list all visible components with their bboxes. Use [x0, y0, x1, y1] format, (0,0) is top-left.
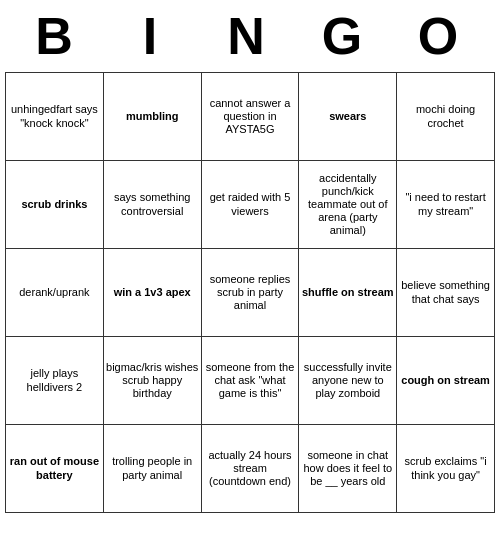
- cell-r3-c0: jelly plays helldivers 2: [6, 337, 104, 425]
- cell-r1-c4: "i need to restart my stream": [397, 161, 495, 249]
- cell-r1-c0: scrub drinks: [6, 161, 104, 249]
- title-g: G: [298, 6, 394, 66]
- cell-r2-c4: believe something that chat says: [397, 249, 495, 337]
- cell-r0-c4: mochi doing crochet: [397, 73, 495, 161]
- cell-r4-c0: ran out of mouse battery: [6, 425, 104, 513]
- title-b: B: [10, 6, 106, 66]
- cell-r3-c2: someone from the chat ask "what game is …: [201, 337, 299, 425]
- cell-r4-c1: trolling people in party animal: [103, 425, 201, 513]
- title-i: I: [106, 6, 202, 66]
- cell-r3-c1: bigmac/kris wishes scrub happy birthday: [103, 337, 201, 425]
- cell-r0-c0: unhingedfart says "knock knock": [6, 73, 104, 161]
- cell-r3-c4: cough on stream: [397, 337, 495, 425]
- cell-r1-c1: says something controversial: [103, 161, 201, 249]
- cell-r1-c3: accidentally punch/kick teammate out of …: [299, 161, 397, 249]
- cell-r0-c3: swears: [299, 73, 397, 161]
- cell-r1-c2: get raided with 5 viewers: [201, 161, 299, 249]
- cell-r0-c2: cannot answer a question in AYSTA5G: [201, 73, 299, 161]
- bingo-title: B I N G O: [0, 0, 500, 72]
- cell-r2-c0: derank/uprank: [6, 249, 104, 337]
- cell-r0-c1: mumbling: [103, 73, 201, 161]
- title-o: O: [394, 6, 490, 66]
- title-n: N: [202, 6, 298, 66]
- cell-r4-c4: scrub exclaims "i think you gay": [397, 425, 495, 513]
- bingo-grid: unhingedfart says "knock knock"mumblingc…: [5, 72, 495, 513]
- cell-r2-c1: win a 1v3 apex: [103, 249, 201, 337]
- cell-r3-c3: successfully invite anyone new to play z…: [299, 337, 397, 425]
- cell-r2-c2: someone replies scrub in party animal: [201, 249, 299, 337]
- cell-r4-c3: someone in chat how does it feel to be _…: [299, 425, 397, 513]
- cell-r4-c2: actually 24 hours stream (countdown end): [201, 425, 299, 513]
- cell-r2-c3: shuffle on stream: [299, 249, 397, 337]
